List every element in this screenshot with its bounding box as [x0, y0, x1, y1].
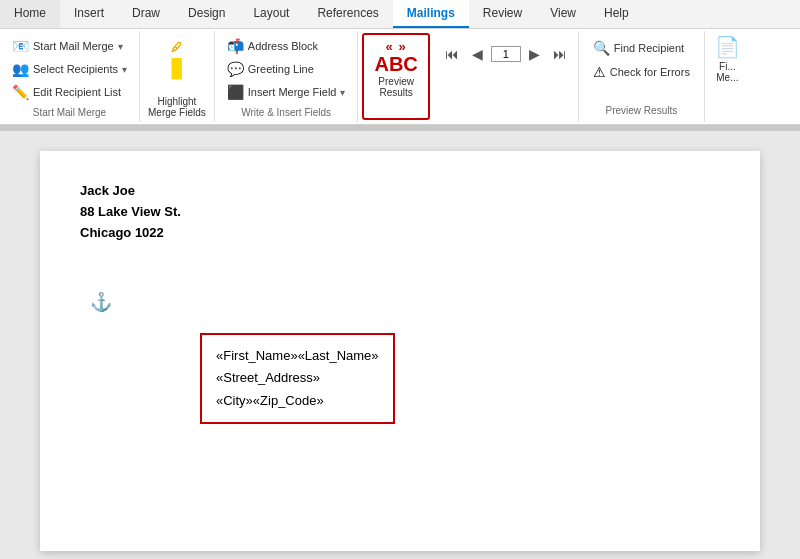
- prev-record-button[interactable]: ◀: [467, 43, 488, 65]
- start-mail-merge-group-label: Start Mail Merge: [33, 103, 106, 118]
- address-block-content: Jack Joe 88 Lake View St. Chicago 1022: [80, 181, 720, 243]
- start-mail-merge-col: 📧 Start Mail Merge ▾ 👥 Select Recipients…: [6, 35, 133, 103]
- tab-home[interactable]: Home: [0, 0, 60, 28]
- address-name: Jack Joe: [80, 181, 720, 202]
- insert-merge-dropdown-icon: ▾: [340, 87, 345, 98]
- write-insert-fields-group: 📬 Address Block 💬 Greeting Line ⬛ Insert…: [215, 31, 359, 122]
- navigation-controls: ⏮ ◀ ▶ ⏭: [440, 43, 572, 65]
- select-recipients-label: Select Recipients: [33, 63, 118, 75]
- check-errors-icon: ⚠: [593, 64, 606, 80]
- highlight-icon-large: ▮: [169, 53, 184, 81]
- address-block-label: Address Block: [248, 40, 318, 52]
- preview-results-label: PreviewResults: [378, 76, 414, 98]
- start-mail-merge-button[interactable]: 📧 Start Mail Merge ▾: [6, 35, 133, 57]
- document-page: Jack Joe 88 Lake View St. Chicago 1022 ⚓…: [40, 151, 760, 551]
- write-insert-items: 📬 Address Block 💬 Greeting Line ⬛ Insert…: [221, 35, 352, 103]
- tab-references[interactable]: References: [303, 0, 392, 28]
- next-record-button[interactable]: ▶: [524, 43, 545, 65]
- find-recipient-icon: 🔍: [593, 40, 610, 56]
- document-area: Jack Joe 88 Lake View St. Chicago 1022 ⚓…: [0, 131, 800, 559]
- navigation-group-label: [440, 114, 572, 118]
- doc-wrapper: Jack Joe 88 Lake View St. Chicago 1022 ⚓…: [80, 181, 720, 424]
- navigation-group: ⏮ ◀ ▶ ⏭: [434, 31, 579, 122]
- start-mail-merge-label: Start Mail Merge: [33, 40, 114, 52]
- address-block-button[interactable]: 📬 Address Block: [221, 35, 352, 57]
- address-city: Chicago 1022: [80, 223, 720, 244]
- preview-abc-label: ABC: [374, 54, 417, 74]
- last-record-button[interactable]: ⏭: [548, 43, 572, 65]
- address-block-icon: 📬: [227, 38, 244, 54]
- ribbon: Home Insert Draw Design Layout Reference…: [0, 0, 800, 125]
- tab-help[interactable]: Help: [590, 0, 643, 28]
- tab-review[interactable]: Review: [469, 0, 536, 28]
- tab-design[interactable]: Design: [174, 0, 239, 28]
- tab-draw[interactable]: Draw: [118, 0, 174, 28]
- record-number-input[interactable]: [491, 46, 521, 62]
- write-insert-group-label: Write & Insert Fields: [241, 103, 331, 118]
- highlight-merge-label: HighlightMerge Fields: [148, 96, 206, 118]
- ribbon-content: 📧 Start Mail Merge ▾ 👥 Select Recipients…: [0, 29, 800, 124]
- finalize-group: 📄 Fi...Me...: [705, 31, 750, 122]
- preview-results-group-label: Preview Results: [587, 101, 696, 116]
- find-recipient-button[interactable]: 🔍 Find Recipient: [587, 37, 696, 59]
- first-record-button[interactable]: ⏮: [440, 43, 464, 65]
- edit-list-icon: ✏️: [12, 84, 29, 100]
- preview-arrows-top: « »: [386, 39, 407, 54]
- find-check-group: 🔍 Find Recipient ⚠ Check for Errors Prev…: [579, 31, 705, 122]
- check-for-errors-button[interactable]: ⚠ Check for Errors: [587, 61, 696, 83]
- greeting-line-icon: 💬: [227, 61, 244, 77]
- anchor-icon: ⚓: [90, 291, 112, 313]
- merge-line2: «Street_Address»: [216, 367, 379, 389]
- mail-merge-icon: 📧: [12, 38, 29, 54]
- merge-line1: «First_Name»«Last_Name»: [216, 345, 379, 367]
- ribbon-tab-bar: Home Insert Draw Design Layout Reference…: [0, 0, 800, 29]
- merge-line3: «City»«Zip_Code»: [216, 390, 379, 412]
- address-street: 88 Lake View St.: [80, 202, 720, 223]
- recipients-icon: 👥: [12, 61, 29, 77]
- write-insert-col: 📬 Address Block 💬 Greeting Line ⬛ Insert…: [221, 35, 352, 103]
- start-mail-merge-group: 📧 Start Mail Merge ▾ 👥 Select Recipients…: [0, 31, 140, 122]
- greeting-line-button[interactable]: 💬 Greeting Line: [221, 58, 352, 80]
- finalize-label: Fi...Me...: [716, 61, 738, 83]
- tab-mailings[interactable]: Mailings: [393, 0, 469, 28]
- insert-merge-icon: ⬛: [227, 84, 244, 100]
- start-mail-merge-items: 📧 Start Mail Merge ▾ 👥 Select Recipients…: [6, 35, 133, 103]
- check-for-errors-label: Check for Errors: [610, 66, 690, 78]
- greeting-line-label: Greeting Line: [248, 63, 314, 75]
- tab-view[interactable]: View: [536, 0, 590, 28]
- find-recipient-label: Find Recipient: [614, 42, 684, 54]
- edit-recipient-list-button[interactable]: ✏️ Edit Recipient List: [6, 81, 133, 103]
- insert-merge-field-button[interactable]: ⬛ Insert Merge Field ▾: [221, 81, 352, 103]
- select-recipients-button[interactable]: 👥 Select Recipients ▾: [6, 58, 133, 80]
- tab-layout[interactable]: Layout: [239, 0, 303, 28]
- finalize-icon: 📄: [715, 35, 740, 59]
- tab-insert[interactable]: Insert: [60, 0, 118, 28]
- merge-field-box: «First_Name»«Last_Name» «Street_Address»…: [200, 333, 395, 423]
- insert-merge-field-label: Insert Merge Field: [248, 86, 337, 98]
- edit-recipient-list-label: Edit Recipient List: [33, 86, 121, 98]
- recipients-dropdown-icon: ▾: [122, 64, 127, 75]
- dropdown-arrow-icon: ▾: [118, 41, 123, 52]
- highlight-merge-fields-group[interactable]: 🖊 ▮ HighlightMerge Fields: [140, 31, 215, 122]
- preview-results-group[interactable]: « » ABC PreviewResults: [362, 33, 429, 120]
